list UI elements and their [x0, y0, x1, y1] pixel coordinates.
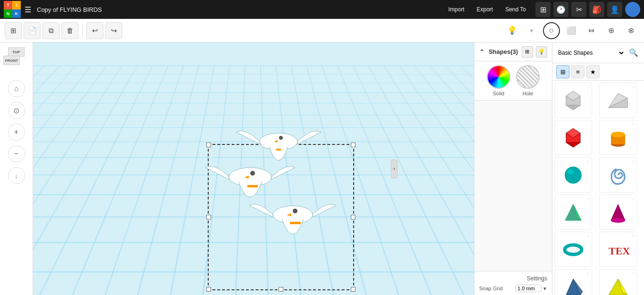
select-tool[interactable]: ○	[543, 22, 560, 39]
snap-grid-arrow[interactable]: ▼	[542, 286, 547, 291]
home-button[interactable]: ⌂	[8, 80, 25, 97]
featured-view-btn[interactable]: ★	[586, 65, 600, 78]
snap-grid-control[interactable]: ▼	[516, 285, 547, 292]
shapes-panel: ⌃ Shapes(3) ⊞ 💡 Solid Hole Settings Snap…	[474, 42, 552, 295]
avatar[interactable]	[625, 2, 640, 17]
hole-palette-item[interactable]: Hole	[516, 65, 540, 96]
info-button[interactable]: ↓	[8, 167, 25, 184]
shape-img-cylinder	[606, 126, 630, 150]
shape-img-cube-red	[561, 126, 585, 150]
star-badge-7: ☆	[631, 196, 636, 201]
search-button[interactable]: 🔍	[627, 46, 640, 59]
svg-point-28	[565, 245, 582, 254]
svg-rect-9	[290, 222, 296, 224]
svg-point-27	[611, 218, 625, 223]
toolbar-right: 💡 ▼ ○ ⬜ ⇔ ⊕ ⊗	[503, 22, 639, 39]
shapes-category-select[interactable]: Basic Shapes Letters Numbers Connectors …	[556, 49, 625, 57]
shape-img-wedge	[606, 89, 630, 112]
bird-3[interactable]	[248, 189, 338, 257]
shapes-collapse-icon[interactable]: ⌃	[479, 48, 485, 56]
shape-spiral-blue[interactable]: ☆	[599, 157, 637, 193]
svg-point-4	[250, 171, 255, 176]
list-view-btn[interactable]: ≡	[571, 65, 585, 78]
group-tool[interactable]: ⊕	[602, 22, 619, 39]
new-document-button[interactable]: 📄	[24, 22, 41, 39]
birds-group[interactable]	[175, 113, 364, 283]
import-button[interactable]: Import	[442, 4, 470, 15]
shapes-group-button[interactable]: ⊞	[522, 46, 533, 58]
shape-text-red[interactable]: ☆ TEXT	[599, 232, 637, 267]
handle-mr[interactable]	[351, 215, 356, 219]
svg-rect-6	[252, 185, 258, 187]
shape-cylinder-orange[interactable]: ☆	[599, 120, 637, 155]
shape-wedge-grey[interactable]: ☆	[599, 83, 637, 118]
cube-front-face[interactable]: FRONT	[3, 56, 20, 65]
grid-view-btn[interactable]: ⊞	[556, 65, 569, 78]
solid-palette-item[interactable]: Solid	[487, 65, 510, 96]
shape-prism-blue[interactable]: ☆	[554, 269, 592, 295]
hole-pattern[interactable]	[516, 65, 540, 89]
shape-pyramid-green[interactable]: ☆	[554, 194, 592, 230]
shape-pyramid-yellow[interactable]: ☆	[599, 269, 637, 295]
light-tool[interactable]: 💡	[503, 22, 520, 39]
cube-tool[interactable]: ⬜	[563, 22, 580, 39]
collapse-panel-button[interactable]: ›	[391, 160, 398, 178]
user-icon[interactable]: 👤	[607, 2, 622, 17]
view-cube[interactable]: TOP FRONT	[3, 47, 29, 73]
viewport[interactable]: ›	[33, 42, 474, 295]
shapes-light-button[interactable]: 💡	[536, 46, 547, 58]
briefcase-icon[interactable]: 🎒	[589, 2, 604, 17]
snap-grid-input[interactable]	[516, 285, 542, 292]
star-badge-3: ☆	[631, 121, 636, 126]
handle-tl[interactable]	[206, 143, 211, 147]
handle-tr[interactable]	[351, 143, 356, 147]
export-button[interactable]: Export	[471, 4, 499, 15]
solid-color-wheel[interactable]	[487, 65, 510, 89]
star-badge: ☆	[586, 84, 591, 89]
svg-point-21	[611, 132, 625, 137]
shapes-header: ⌃ Shapes(3) ⊞ 💡	[475, 42, 552, 61]
star-badge-5: ☆	[631, 159, 636, 164]
shape-img-prism-blue	[561, 275, 585, 295]
shape-cone-purple[interactable]: ☆	[599, 194, 637, 230]
copy-button[interactable]: ⧉	[42, 22, 59, 39]
shapes-title: Shapes(3)	[489, 48, 518, 55]
ungroup-tool[interactable]: ⊗	[622, 22, 639, 39]
separator-1	[82, 24, 83, 38]
star-badge-6: ☆	[586, 196, 591, 201]
zoom-all-button[interactable]: ⊙	[8, 102, 25, 119]
shape-img-text: TEXT	[606, 238, 630, 261]
share-icon[interactable]: ✂	[571, 2, 586, 17]
settings-label[interactable]: Settings	[479, 274, 547, 283]
shape-img-pyramid-yellow	[606, 275, 630, 295]
shape-sphere-teal[interactable]: ☆	[554, 157, 592, 193]
delete-button[interactable]: 🗑	[61, 22, 78, 39]
shape-torus-teal[interactable]: ☆	[554, 232, 592, 267]
svg-point-1	[279, 136, 283, 140]
star-badge-9: ☆	[631, 233, 636, 238]
shape-img-sphere-teal	[561, 163, 585, 187]
settings-bar: Settings Snap Grid ▼	[475, 271, 552, 295]
send-to-button[interactable]: Send To	[500, 4, 532, 15]
grid-apps-icon[interactable]: ⊞	[535, 2, 551, 17]
shape-cube-red[interactable]	[554, 120, 592, 155]
grid-view-button[interactable]: ⊞	[5, 22, 22, 39]
redo-button[interactable]: ↪	[105, 22, 122, 39]
topbar: T I N K ☰ Copy of FLYING BIRDS Import Ex…	[0, 0, 644, 19]
undo-button[interactable]: ↩	[86, 22, 103, 39]
cube-top-face[interactable]: TOP	[8, 47, 25, 57]
top-right-icons: ⊞ 🕐 ✂ 🎒 👤	[535, 2, 640, 17]
activity-icon[interactable]: 🕐	[553, 2, 568, 17]
shape-img-pyramid-green	[561, 201, 585, 224]
svg-point-23	[568, 169, 574, 174]
shape-box-grey[interactable]: ☆	[554, 83, 592, 118]
svg-rect-2	[276, 149, 281, 151]
logo-n: N	[4, 9, 12, 18]
svg-text:TEXT: TEXT	[609, 245, 630, 257]
mirror-tool[interactable]: ⇔	[583, 22, 600, 39]
zoom-out-button[interactable]: −	[8, 145, 25, 162]
shapes-grid: ☆ ☆	[552, 81, 644, 295]
menu-icon[interactable]: ☰	[25, 5, 31, 14]
toolbar: ⊞ 📄 ⧉ 🗑 ↩ ↪ 💡 ▼ ○ ⬜ ⇔ ⊕ ⊗	[0, 19, 644, 42]
zoom-in-button[interactable]: +	[8, 124, 25, 141]
